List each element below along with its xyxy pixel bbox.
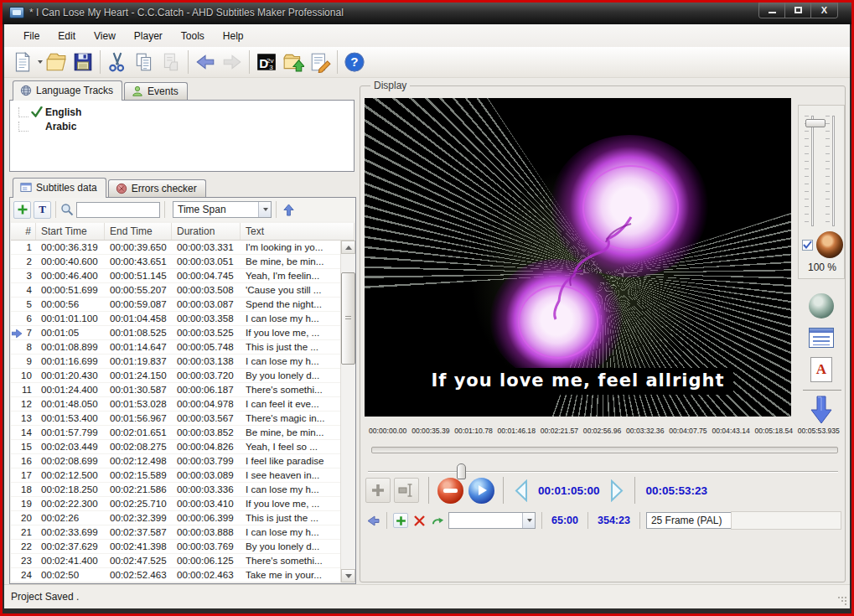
table-row[interactable]: 300:00:46.40000:00:51.14500:00:04.745Yea… xyxy=(11,269,340,283)
forward-button[interactable] xyxy=(219,49,246,75)
end-time-cell: 00:02:47.525 xyxy=(105,554,172,567)
d2v-tool-button[interactable]: D2v3 xyxy=(253,49,280,75)
step-back-button[interactable] xyxy=(513,479,530,502)
subtitle-list-button[interactable] xyxy=(805,323,838,353)
table-row[interactable]: 600:01:01.10000:01:04.45800:00:03.358I c… xyxy=(11,312,340,326)
move-up-button[interactable] xyxy=(281,202,296,217)
table-row[interactable]: 1400:01:57.79900:02:01.65100:00:03.852Be… xyxy=(11,426,340,440)
cut-button[interactable] xyxy=(104,49,131,75)
menu-item-player[interactable]: Player xyxy=(125,27,172,45)
table-row[interactable]: 1300:01:53.40000:01:56.96700:00:03.567Th… xyxy=(11,412,340,426)
search-mode-combo[interactable]: Time Span xyxy=(173,201,272,218)
minimize-button[interactable] xyxy=(759,3,785,18)
column-header-end[interactable]: End Time xyxy=(105,223,172,240)
table-row[interactable]: 1800:02:18.25000:02:21.58600:00:03.336I … xyxy=(11,483,340,497)
duration-cell: 00:00:06.125 xyxy=(172,554,241,567)
go-previous-button[interactable] xyxy=(365,513,380,528)
table-row[interactable]: 1500:02:03.44900:02:08.27500:00:04.826Ye… xyxy=(11,440,340,454)
column-header-duration[interactable]: Duration xyxy=(172,223,241,240)
table-row[interactable]: 100:00:36.31900:00:39.65000:00:03.331I'm… xyxy=(11,241,340,255)
apply-down-button[interactable] xyxy=(805,395,838,425)
menu-item-file[interactable]: File xyxy=(14,27,49,45)
table-row[interactable]: 2300:02:41.40000:02:47.52500:00:06.125Th… xyxy=(11,554,340,568)
resize-grip[interactable] xyxy=(837,596,848,607)
menu-item-tools[interactable]: Tools xyxy=(172,27,214,45)
table-row[interactable]: 200:00:40.60000:00:43.65100:00:03.051Be … xyxy=(11,255,340,269)
set-marker-button[interactable] xyxy=(394,478,419,503)
tab-subtitles-data[interactable]: Subtitles data xyxy=(13,178,106,198)
language-item[interactable]: Arabic xyxy=(18,119,354,133)
new-project-button[interactable] xyxy=(9,49,36,75)
combo-dropdown-button[interactable] xyxy=(522,513,535,528)
timeline-tick-label: 00:01:10.78 xyxy=(454,427,492,435)
column-header-text[interactable]: Text xyxy=(241,223,355,240)
text-edit-button[interactable]: T xyxy=(34,201,51,219)
tab-events[interactable]: Events xyxy=(124,82,188,100)
import-button[interactable] xyxy=(280,49,307,75)
help-button[interactable]: ? xyxy=(341,49,368,75)
menu-item-help[interactable]: Help xyxy=(214,27,253,45)
table-scrollbar[interactable] xyxy=(340,241,355,582)
save-project-button[interactable] xyxy=(70,49,96,75)
table-row[interactable]: 2100:02:33.69900:02:37.58700:00:03.888I … xyxy=(11,525,340,540)
table-row[interactable]: 500:00:5600:00:59.08700:00:03.087Spend t… xyxy=(11,298,340,312)
table-row[interactable]: 2200:02:37.62900:02:41.39800:00:03.769By… xyxy=(11,540,340,554)
timeline-tick-label: 00:05:53.935 xyxy=(798,427,840,435)
table-row[interactable]: 1700:02:12.50000:02:15.58900:00:03.089I … xyxy=(11,468,340,483)
redo-sync-button[interactable] xyxy=(430,513,445,528)
tab-errors-checker[interactable]: Errors checker xyxy=(108,179,206,197)
column-header-number[interactable]: # xyxy=(11,223,36,240)
table-row[interactable]: 1900:02:22.30000:02:25.71000:00:03.410If… xyxy=(11,497,340,511)
scroll-down-button[interactable] xyxy=(341,569,355,582)
table-row[interactable]: 900:01:16.69900:01:19.83700:00:03.138I c… xyxy=(11,355,340,369)
delete-event-button[interactable] xyxy=(411,513,427,528)
row-number: 5 xyxy=(11,298,36,311)
table-row[interactable]: 2000:02:2600:02:32.39900:00:06.399This i… xyxy=(11,511,340,525)
close-button[interactable]: X xyxy=(811,3,837,18)
table-row[interactable]: 800:01:08.89900:01:14.64700:00:05.748Thi… xyxy=(11,340,340,355)
table-row[interactable]: 1600:02:08.69900:02:12.49800:00:03.799I … xyxy=(11,454,340,468)
open-project-button[interactable] xyxy=(43,49,70,75)
font-button[interactable]: A xyxy=(805,355,838,385)
end-time-cell: 00:01:04.458 xyxy=(105,312,172,325)
subtitle-select-combo[interactable] xyxy=(448,512,536,529)
row-number: 15 xyxy=(11,440,36,453)
menu-item-view[interactable]: View xyxy=(85,27,125,45)
scroll-up-button[interactable] xyxy=(341,241,355,254)
table-row[interactable]: 1000:01:20.43000:01:24.15000:00:03.720By… xyxy=(11,369,340,383)
maximize-button[interactable] xyxy=(785,3,811,18)
sound-checkbox[interactable] xyxy=(802,240,813,251)
transport-controls: 00:01:05:00 00:05:53:23 xyxy=(365,474,712,507)
tab-language-tracks[interactable]: Language Tracks xyxy=(13,80,122,101)
table-row[interactable]: 1200:01:48.05000:01:53.02800:00:04.978I … xyxy=(11,397,340,412)
column-header-start[interactable]: Start Time xyxy=(36,223,105,240)
table-row[interactable]: 1100:01:24.40000:01:30.58700:00:06.187Th… xyxy=(11,383,340,397)
table-row[interactable]: 700:01:0500:01:08.52500:00:03.525If you … xyxy=(11,326,340,340)
add-event-button[interactable] xyxy=(393,513,408,528)
end-time-cell: 00:01:14.647 xyxy=(105,340,172,354)
duration-cell: 00:00:03.358 xyxy=(172,312,241,325)
volume-slider[interactable] xyxy=(805,116,816,226)
table-row[interactable]: 400:00:51.69900:00:55.20700:00:03.508'Ca… xyxy=(11,283,340,298)
step-forward-button[interactable] xyxy=(608,479,625,502)
search-input[interactable] xyxy=(76,202,160,218)
balance-slider[interactable] xyxy=(826,116,837,226)
slider-thumb[interactable] xyxy=(805,119,826,127)
paste-button[interactable] xyxy=(158,49,184,75)
web-button[interactable] xyxy=(805,291,838,321)
combo-dropdown-button[interactable] xyxy=(258,202,271,217)
stop-button[interactable] xyxy=(437,478,463,504)
add-subtitle-button[interactable] xyxy=(13,201,31,219)
back-button[interactable] xyxy=(192,49,219,75)
copy-button[interactable] xyxy=(131,49,158,75)
insert-subtitle-button[interactable] xyxy=(365,478,391,503)
row-number: 19 xyxy=(11,497,36,510)
titlebar[interactable]: * I Can Lose My Heart - C.C.Catch - AHD … xyxy=(3,3,851,24)
edit-notes-button[interactable] xyxy=(307,49,334,75)
language-item[interactable]: English xyxy=(18,105,354,119)
scrollbar-thumb[interactable] xyxy=(341,272,355,365)
play-button[interactable] xyxy=(468,478,494,504)
table-row[interactable]: 2400:02:5000:02:52.46300:00:02.463Take m… xyxy=(11,568,340,582)
end-time-cell: 00:00:39.650 xyxy=(105,241,172,254)
menu-item-edit[interactable]: Edit xyxy=(49,27,85,45)
